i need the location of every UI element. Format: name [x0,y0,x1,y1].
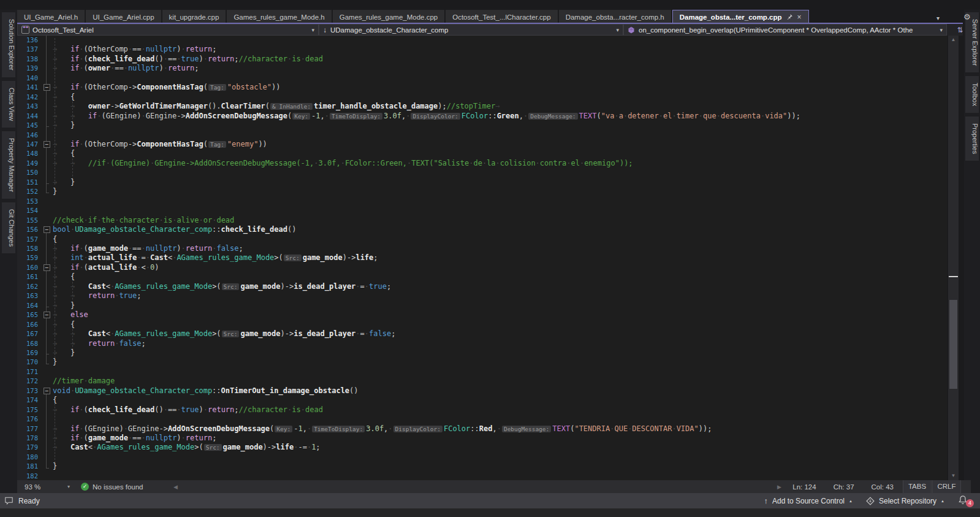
code-line[interactable]: 164→ } [17,301,947,310]
cursor-character[interactable]: Ch: 37 [825,483,863,491]
collapse-toggle-icon[interactable]: − [44,141,50,148]
code-line[interactable]: 168→ → return·false; [17,339,947,348]
zoom-control[interactable]: 93 % ▾ [21,480,74,493]
code-line[interactable]: 152} [17,187,947,196]
code-text: → → if·(GEngine)·GEngine->AddOnScreenDeb… [53,112,800,120]
code-line[interactable]: 142→ { [17,93,947,102]
vertical-scrollbar[interactable]: ▲ ▼ [948,36,959,480]
code-line[interactable]: 156−bool·UDamage_obstacle_Character_comp… [17,225,947,234]
document-tab[interactable]: kit_upgrade.cpp [162,10,226,24]
code-line[interactable]: 178→ if·(game_mode·==·nullptr)·return; [17,434,947,443]
code-line[interactable]: 175→ if·(check_life_dead()·==·true)·retu… [17,405,947,415]
line-number: 158 [17,244,40,253]
document-tab[interactable]: Damage_obsta...racter_comp.h [559,10,671,24]
panel-tab-class-view[interactable]: Class View [2,81,15,128]
code-line[interactable]: 159→ int·actual_life·=·Cast<·AGames_rule… [17,253,947,262]
code-line[interactable]: 182 [17,472,947,480]
scrollbar-thumb[interactable] [949,300,957,389]
code-line[interactable]: 155//check·if·the·character·is·alive·or·… [17,216,947,225]
add-to-source-control-button[interactable]: ↑ Add to Source Control ▲ [764,496,853,505]
code-line[interactable]: 165−→ else [17,310,947,320]
code-line[interactable]: 149→ → //if·(GEngine)·GEngine->AddOnScre… [17,159,947,168]
member-dropdown[interactable]: on_component_begin_overlap(UPrimitiveCom… [623,24,947,36]
document-tab[interactable]: Games_rules_game_Mode.cpp [333,10,444,24]
line-number: 177 [17,424,40,434]
code-line[interactable]: 143→ → owner->GetWorldTimerManager().Cle… [17,102,947,111]
code-line[interactable]: 138→ if·(check_life_dead()·==·true)·retu… [17,55,947,64]
scroll-down-icon[interactable]: ▼ [948,472,959,480]
indent-mode[interactable]: TABS [903,480,932,493]
code-line[interactable]: 148→ { [17,149,947,158]
document-tab[interactable]: Octosoft_Test_...lCharacter.cpp [446,10,557,24]
code-text: → if·(actual_life·<·0) [53,263,159,272]
gear-icon[interactable]: ⚙ [963,10,971,23]
panel-tab-git-changes[interactable]: Git Changes [2,202,15,253]
code-line[interactable]: 179→ Cast<·AGames_rules_game_Mode>(Src:g… [17,443,947,452]
code-line[interactable]: 144→ → if·(GEngine)·GEngine->AddOnScreen… [17,112,947,121]
code-line[interactable]: 173−void·UDamage_obstacle_Character_comp… [17,386,947,396]
hscroll-right-icon[interactable]: ▶ [777,480,781,493]
down-arrow-icon: ↓ [323,26,327,34]
document-tab[interactable]: UI_Game_Ariel.h [17,10,85,24]
code-line[interactable]: 169→ } [17,348,947,358]
code-line[interactable]: 141−→ if·(OtherComp->ComponentHasTag(Tag… [17,83,947,92]
code-line[interactable]: 171 [17,367,947,377]
document-tab[interactable]: UI_Game_Ariel.cpp [86,10,161,24]
code-line[interactable]: 147−→ if·(OtherComp->ComponentHasTag(Tag… [17,140,947,149]
inline-hint-chip: Key: [275,426,292,432]
code-line[interactable]: 140 [17,74,947,83]
pin-icon[interactable] [786,13,793,20]
document-tab[interactable]: Damage_obsta...ter_comp.cpp× [672,10,809,24]
code-line[interactable]: 145→ } [17,121,947,130]
notifications-button[interactable]: 4 [958,495,971,507]
code-line[interactable]: 150 [17,168,947,177]
code-line[interactable]: 176 [17,415,947,424]
tab-overflow-icon[interactable]: ▾ [936,12,940,25]
code-line[interactable]: 154 [17,206,947,215]
feedback-icon[interactable] [4,497,13,505]
code-line[interactable]: 162→ → Cast<·AGames_rules_game_Mode>(Src… [17,282,947,291]
code-line[interactable]: 161→ { [17,272,947,281]
code-line[interactable]: 146 [17,131,947,140]
code-line[interactable]: 174{ [17,396,947,405]
collapse-toggle-icon[interactable]: − [44,226,50,233]
code-line[interactable]: 153 [17,197,947,206]
project-dropdown[interactable]: ++ Octosoft_Test_Ariel ▾ [17,24,319,36]
scroll-up-icon[interactable]: ▲ [948,36,959,44]
cursor-line[interactable]: Ln: 124 [784,483,824,491]
collapse-toggle-icon[interactable]: − [44,264,50,271]
hscroll-left-icon[interactable]: ◀ [173,480,178,493]
code-line[interactable]: 136 [17,36,947,45]
split-editor-icon[interactable]: ⇅ [955,25,965,35]
code-line[interactable]: 151→ } [17,178,947,187]
document-health-indicator[interactable]: ✓ No issues found [81,480,143,493]
panel-tab-properties[interactable]: Properties [965,117,979,161]
code-line[interactable]: 160−→ if·(actual_life·<·0) [17,263,947,272]
code-line[interactable]: 167→ → Cast<·AGames_rules_game_Mode>(Src… [17,329,947,339]
code-line[interactable]: 177→ if·(GEngine)·GEngine->AddOnScreenDe… [17,424,947,434]
code-line[interactable]: 180 [17,453,947,462]
collapse-toggle-icon[interactable]: − [44,388,50,394]
line-ending[interactable]: CRLF [932,480,961,493]
code-line[interactable]: 170} [17,358,947,367]
panel-tab-solution-explorer[interactable]: Solution Explorer [2,12,15,77]
document-tab[interactable]: Games_rules_game_Mode.h [227,10,331,24]
panel-tab-property-manager[interactable]: Property Manager [2,131,15,199]
code-line[interactable]: 139→ if·(owner·==·nullptr)·return; [17,64,947,73]
close-icon[interactable]: × [797,13,802,21]
code-line[interactable]: 163→ → return·true; [17,291,947,301]
code-editor[interactable]: 136137→ if·(OtherComp·==·nullptr)·return… [17,36,947,480]
code-line[interactable]: 172//timer·damage [17,377,947,386]
code-line[interactable]: 137→ if·(OtherComp·==·nullptr)·return; [17,45,947,54]
code-line[interactable]: 181} [17,462,947,471]
panel-tab-toolbox[interactable]: Toolbox [965,76,979,113]
collapse-toggle-icon[interactable]: − [44,84,50,91]
code-line[interactable]: 158→ if·(game_mode·==·nullptr)·return·fa… [17,244,947,253]
collapse-toggle-icon[interactable]: − [44,312,50,318]
line-number: 173 [17,386,40,396]
select-repository-button[interactable]: Select Repository ▲ [866,497,944,505]
cursor-column[interactable]: Col: 43 [863,483,902,491]
code-line[interactable]: 166→ { [17,320,947,329]
code-line[interactable]: 157{ [17,235,947,244]
type-dropdown[interactable]: ↓ UDamage_obstacle_Character_comp ▾ [319,24,623,36]
